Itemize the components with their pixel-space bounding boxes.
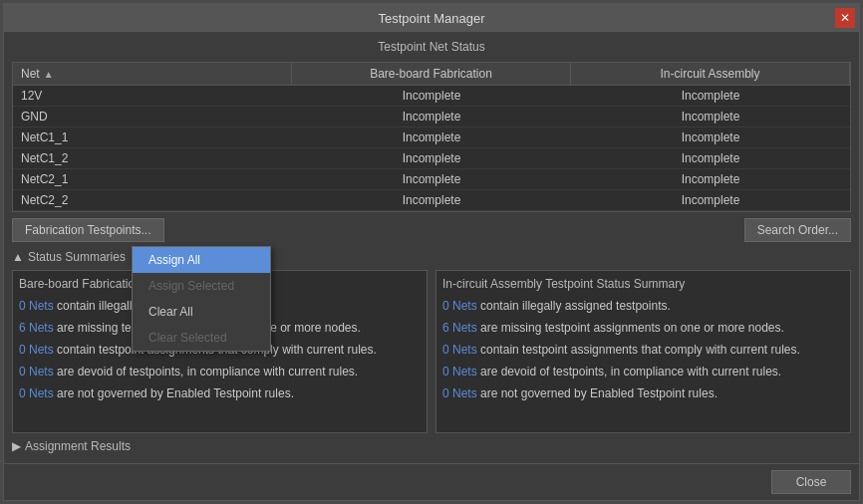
table-body: 12V Incomplete Incomplete GND Incomplete… [13, 86, 850, 211]
cell-assembly: Incomplete [571, 127, 850, 147]
assembly-status-line: 6 Nets are missing testpoint assignments… [442, 319, 844, 337]
net-link[interactable]: 0 Nets [442, 386, 477, 400]
col-net: Net ▲ [13, 63, 292, 85]
close-button[interactable]: Close [771, 470, 851, 494]
cell-net: NetC2_2 [13, 190, 292, 210]
dropdown-item: Clear Selected [133, 325, 270, 351]
assembly-status-panel: In-circuit Assembly Testpoint Status Sum… [435, 270, 851, 433]
dialog-title: Testpoint Manager [379, 11, 485, 26]
assembly-status-line: 0 Nets contain testpoint assignments tha… [442, 341, 844, 359]
table-row[interactable]: 12V Incomplete Incomplete [13, 86, 850, 107]
col-assembly: In-circuit Assembly [571, 63, 850, 85]
cell-fabrication: Incomplete [292, 86, 571, 106]
table-row[interactable]: NetC2_1 Incomplete Incomplete [13, 169, 850, 190]
assembly-status-line: 0 Nets are devoid of testpoints, in comp… [442, 363, 844, 380]
net-link[interactable]: 0 Nets [442, 365, 477, 378]
net-link[interactable]: 0 Nets [19, 299, 54, 313]
table-row[interactable]: NetC1_1 Incomplete Incomplete [13, 127, 850, 148]
table-row[interactable]: NetC1_2 Incomplete Incomplete [13, 148, 850, 169]
cell-fabrication: Incomplete [292, 127, 571, 147]
cell-assembly: Incomplete [571, 86, 850, 106]
net-status-label: Testpoint Net Status [12, 40, 851, 54]
dropdown-item: Assign Selected [133, 273, 270, 299]
col-net-label: Net [21, 67, 40, 81]
table-header: Net ▲ Bare-board Fabrication In-circuit … [13, 63, 850, 86]
testpoint-manager-dialog: Testpoint Manager ✕ Testpoint Net Status… [3, 3, 860, 501]
search-order-button[interactable]: Search Order... [744, 218, 851, 242]
net-link[interactable]: 0 Nets [442, 299, 477, 313]
cell-fabrication: Incomplete [292, 107, 571, 126]
close-title-button[interactable]: ✕ [835, 8, 855, 28]
net-status-table: Net ▲ Bare-board Fabrication In-circuit … [12, 62, 851, 212]
fabrication-testpoints-button[interactable]: Fabrication Testpoints... [12, 218, 164, 242]
dropdown-item[interactable]: Assign All [133, 247, 270, 273]
cell-net: NetC1_1 [13, 127, 292, 147]
cell-net: GND [13, 107, 292, 126]
cell-net: 12V [13, 86, 292, 106]
cell-net: NetC1_2 [13, 148, 292, 168]
cell-assembly: Incomplete [571, 148, 850, 168]
assembly-status-line: 0 Nets contain illegally assigned testpo… [442, 297, 844, 315]
bottom-bar: Close [4, 463, 859, 500]
cell-net: NetC2_1 [13, 169, 292, 189]
cell-fabrication: Incomplete [292, 190, 571, 210]
cell-assembly: Incomplete [571, 107, 850, 126]
dropdown-item[interactable]: Clear All [133, 299, 270, 325]
assembly-status-title: In-circuit Assembly Testpoint Status Sum… [442, 277, 844, 291]
sort-arrow-icon: ▲ [44, 69, 54, 80]
status-summaries-label: Status Summaries [28, 250, 126, 264]
assignment-results-label: Assignment Results [25, 439, 131, 453]
toolbar: Fabrication Testpoints... Assign AllAssi… [12, 218, 851, 242]
assign-dropdown-menu: Assign AllAssign SelectedClear AllClear … [132, 246, 271, 352]
cell-fabrication: Incomplete [292, 169, 571, 189]
net-link[interactable]: 0 Nets [19, 386, 54, 400]
table-row[interactable]: GND Incomplete Incomplete [13, 107, 850, 127]
fabrication-status-line: 0 Nets are not governed by Enabled Testp… [19, 384, 421, 402]
title-bar: Testpoint Manager ✕ [4, 4, 859, 32]
net-link[interactable]: 6 Nets [19, 321, 54, 335]
table-row[interactable]: NetC2_2 Incomplete Incomplete [13, 190, 850, 211]
cell-assembly: Incomplete [571, 169, 850, 189]
status-summaries-arrow: ▲ [12, 250, 24, 264]
assembly-status-lines: 0 Nets contain illegally assigned testpo… [442, 297, 844, 402]
net-link[interactable]: 6 Nets [442, 321, 477, 335]
col-fabrication: Bare-board Fabrication [292, 63, 571, 85]
assembly-status-line: 0 Nets are not governed by Enabled Testp… [442, 384, 844, 402]
cell-assembly: Incomplete [571, 190, 850, 210]
net-link[interactable]: 0 Nets [442, 343, 477, 357]
net-link[interactable]: 0 Nets [19, 343, 54, 357]
assignment-results-arrow: ▶ [12, 439, 21, 453]
net-link[interactable]: 0 Nets [19, 365, 54, 378]
assignment-results-header[interactable]: ▶ Assignment Results [12, 437, 851, 455]
cell-fabrication: Incomplete [292, 148, 571, 168]
fabrication-status-line: 0 Nets are devoid of testpoints, in comp… [19, 363, 421, 380]
dialog-content: Testpoint Net Status Net ▲ Bare-board Fa… [4, 32, 859, 463]
